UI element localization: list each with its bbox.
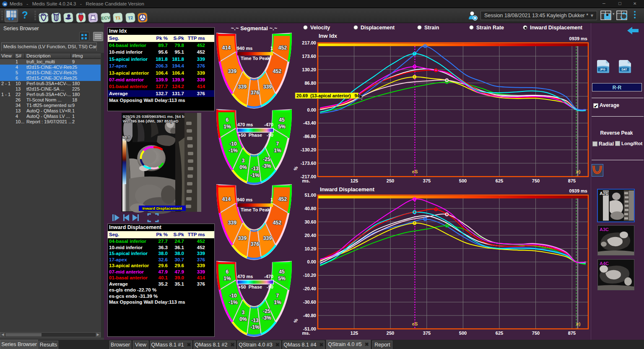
svg-text:T2: T2 [127,16,133,21]
svg-text:A4C: A4C [600,261,609,266]
svg-text:A3C: A3C [600,227,609,232]
svg-text:JPG: JPG [600,68,605,71]
svg-text:DAT: DAT [622,68,627,71]
svg-text:M: M [3,3,6,6]
svg-text:WL 395 846 (dWL 397 851) eD: WL 395 846 (dWL 397 851) eD [123,119,179,123]
svg-text:025/25 25 038/0903/941 ms. [6: 025/25 25 038/0903/941 ms. [64 b [123,114,184,119]
svg-text:Inward Displacement: Inward Displacement [142,206,182,211]
svg-text:48.0: 48.0 [122,135,130,139]
svg-text:T1: T1 [115,16,121,21]
svg-text:ECV: ECV [101,15,110,21]
svg-text:A2C: A2C [600,191,609,196]
